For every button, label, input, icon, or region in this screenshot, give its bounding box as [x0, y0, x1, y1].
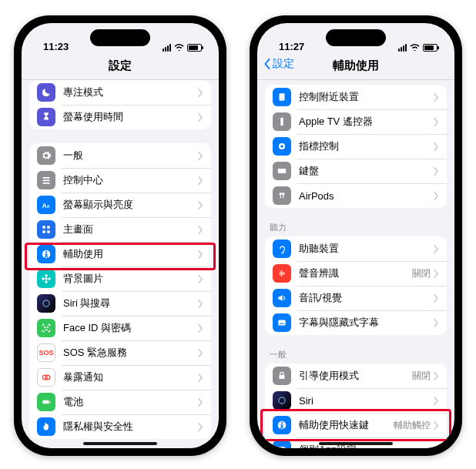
svg-point-16 — [43, 300, 49, 307]
svg-point-18 — [47, 327, 48, 327]
label: 控制中心 — [63, 173, 198, 187]
chevron-right-icon — [434, 142, 439, 151]
label: 控制附近裝置 — [299, 90, 434, 104]
pointer-icon — [273, 137, 291, 156]
row-guided-access[interactable]: 引導使用模式 關閉 — [265, 363, 447, 388]
label: AirPods — [299, 190, 434, 202]
row-faceid[interactable]: Face ID 與密碼 — [29, 316, 211, 340]
ear-icon — [273, 240, 291, 258]
row-airpods[interactable]: AirPods — [265, 183, 447, 208]
chevron-right-icon — [198, 113, 203, 122]
row-home[interactable]: 主畫面 — [29, 217, 211, 242]
row-screentime[interactable]: 螢幕使用時間 — [29, 105, 211, 129]
keyboard-icon — [273, 162, 291, 180]
status-indicators — [163, 43, 202, 52]
chevron-right-icon — [198, 349, 203, 357]
svg-rect-5 — [42, 226, 45, 229]
chevron-right-icon — [434, 270, 439, 278]
svg-rect-2 — [42, 183, 49, 184]
svg-rect-22 — [49, 401, 50, 403]
chevron-right-icon — [434, 397, 439, 405]
content-area: 專注模式 螢幕使用時間 — [22, 80, 219, 448]
scroll-view[interactable]: 專注模式 螢幕使用時間 — [22, 80, 219, 448]
exposure-icon — [37, 368, 55, 387]
row-general[interactable]: 一般 — [29, 143, 211, 168]
row-audio-visual[interactable]: 音訊/視覺 — [265, 286, 447, 310]
faceid-icon — [37, 319, 55, 337]
label: 音訊/視覺 — [299, 291, 434, 305]
row-battery[interactable]: 電池 — [29, 390, 211, 414]
svg-rect-8 — [47, 230, 49, 233]
label: 螢幕使用時間 — [63, 110, 198, 124]
label: 引導使用模式 — [299, 369, 412, 383]
navbar: 設定 — [22, 54, 219, 80]
label: 助聽裝置 — [299, 242, 434, 256]
cellular-icon — [398, 44, 407, 52]
row-captions[interactable]: 字幕與隱藏式字幕 — [265, 310, 447, 335]
label: 主畫面 — [63, 223, 198, 236]
chevron-right-icon — [434, 372, 439, 380]
label: 電池 — [63, 395, 198, 409]
label: Face ID 與密碼 — [63, 321, 198, 335]
svg-point-17 — [45, 327, 45, 327]
row-exposure[interactable]: 暴露通知 — [29, 365, 211, 390]
section-header-hearing: 聽力 — [257, 222, 454, 236]
row-siri[interactable]: Siri — [265, 388, 447, 413]
chevron-right-icon — [198, 398, 203, 407]
wifi-icon — [410, 43, 420, 52]
chevron-right-icon — [198, 250, 203, 259]
row-appletv[interactable]: Apple TV 遙控器 — [265, 109, 447, 134]
section-header-general: 一般 — [257, 349, 454, 363]
siri-icon — [37, 294, 55, 313]
row-shortcut[interactable]: 輔助使用快速鍵 輔助觸控 — [265, 413, 447, 437]
row-privacy[interactable]: 隱私權與安全性 — [29, 414, 211, 439]
svg-rect-40 — [279, 447, 285, 448]
status-indicators — [398, 43, 437, 52]
label: 暴露通知 — [63, 370, 198, 384]
row-focus[interactable]: 專注模式 — [29, 80, 211, 105]
row-display[interactable]: AA 螢幕顯示與亮度 — [29, 193, 211, 217]
content-area: 控制附近裝置 Apple TV 遙控器 — [257, 80, 454, 448]
back-button[interactable]: 設定 — [263, 57, 294, 71]
chevron-right-icon — [434, 319, 439, 327]
back-label: 設定 — [273, 57, 294, 71]
svg-point-13 — [45, 280, 48, 283]
label: 指標控制 — [299, 139, 434, 153]
chevron-right-icon — [434, 446, 439, 449]
label: Siri — [299, 395, 434, 407]
sos-icon: SOS — [37, 343, 55, 362]
svg-point-37 — [279, 397, 285, 404]
row-sos[interactable]: SOS SOS 緊急服務 — [29, 340, 211, 365]
accessibility-icon — [37, 245, 55, 263]
home-indicator[interactable] — [319, 442, 393, 445]
chevron-right-icon — [198, 176, 203, 185]
flower-icon — [37, 270, 55, 288]
detail: 關閉 — [412, 370, 431, 383]
svg-point-12 — [45, 274, 48, 277]
row-accessibility[interactable]: 輔助使用 — [29, 242, 211, 266]
chevron-right-icon — [434, 421, 439, 430]
chevron-right-icon — [198, 423, 203, 431]
home-indicator[interactable] — [83, 442, 157, 445]
svg-rect-30 — [280, 195, 281, 199]
chevron-right-icon — [434, 93, 439, 102]
label: 專注模式 — [63, 85, 198, 99]
label: 隱私權與安全性 — [63, 420, 198, 434]
screen-left: 11:23 設定 — [22, 23, 219, 448]
row-sound-recognition[interactable]: 聲音辨識 關閉 — [265, 261, 447, 286]
row-wallpaper[interactable]: 背景圖片 — [29, 266, 211, 291]
row-hearing[interactable]: 助聽裝置 — [265, 236, 447, 261]
chevron-right-icon — [198, 226, 203, 234]
row-pointer[interactable]: 指標控制 — [265, 134, 447, 159]
speaker-icon — [273, 289, 291, 307]
row-siri[interactable]: Siri 與搜尋 — [29, 291, 211, 316]
hand-icon — [37, 417, 55, 436]
row-nearby[interactable]: 控制附近裝置 — [265, 85, 447, 109]
scroll-view[interactable]: 控制附近裝置 Apple TV 遙控器 — [257, 80, 454, 448]
chevron-right-icon — [198, 300, 203, 308]
row-keyboard[interactable]: 鍵盤 — [265, 159, 447, 183]
svg-rect-33 — [278, 320, 285, 326]
row-control-center[interactable]: 控制中心 — [29, 168, 211, 193]
label: 字幕與隱藏式字幕 — [299, 316, 434, 330]
svg-point-24 — [281, 99, 282, 99]
